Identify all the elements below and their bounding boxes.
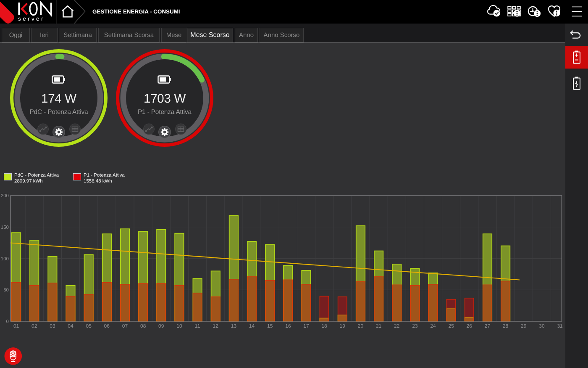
svg-text:15: 15	[267, 323, 273, 329]
svg-text:100: 100	[1, 257, 9, 262]
svg-text:1703 W: 1703 W	[144, 92, 186, 106]
svg-text:150: 150	[1, 225, 9, 230]
svg-text:04: 04	[68, 323, 74, 329]
svg-text:server: server	[18, 16, 45, 22]
svg-text:12: 12	[213, 323, 219, 329]
svg-text:05: 05	[86, 323, 92, 329]
svg-text:16: 16	[285, 323, 291, 329]
svg-text:09: 09	[158, 323, 164, 329]
svg-text:P1 - Potenza Attiva: P1 - Potenza Attiva	[138, 108, 192, 115]
svg-text:29: 29	[521, 323, 527, 329]
svg-text:24: 24	[430, 323, 436, 329]
svg-text:02: 02	[32, 323, 37, 329]
svg-text:17: 17	[303, 323, 309, 329]
svg-text:14: 14	[249, 323, 255, 329]
svg-text:200: 200	[1, 193, 9, 199]
svg-text:21: 21	[376, 323, 382, 329]
svg-text:30: 30	[539, 323, 545, 329]
svg-text:22: 22	[394, 323, 400, 329]
svg-text:06: 06	[104, 323, 110, 329]
svg-text:26: 26	[467, 323, 472, 329]
svg-text:20: 20	[358, 323, 364, 329]
svg-text:0: 0	[6, 319, 9, 324]
svg-text:28: 28	[503, 323, 509, 329]
svg-text:50: 50	[3, 288, 9, 293]
svg-text:174 W: 174 W	[41, 92, 76, 106]
svg-text:25: 25	[449, 323, 454, 329]
svg-text:01: 01	[13, 323, 19, 329]
svg-text:18: 18	[321, 323, 327, 329]
svg-text:11: 11	[195, 323, 200, 329]
svg-text:19: 19	[340, 323, 346, 329]
svg-text:27: 27	[485, 323, 491, 329]
svg-text:31: 31	[557, 323, 563, 329]
svg-text:03: 03	[50, 323, 55, 329]
svg-text:10: 10	[176, 323, 182, 329]
svg-text:08: 08	[140, 323, 146, 329]
svg-text:23: 23	[412, 323, 418, 329]
svg-text:13: 13	[231, 323, 237, 329]
svg-text:PdC - Potenza Attiva: PdC - Potenza Attiva	[29, 109, 88, 116]
svg-text:07: 07	[122, 323, 128, 329]
